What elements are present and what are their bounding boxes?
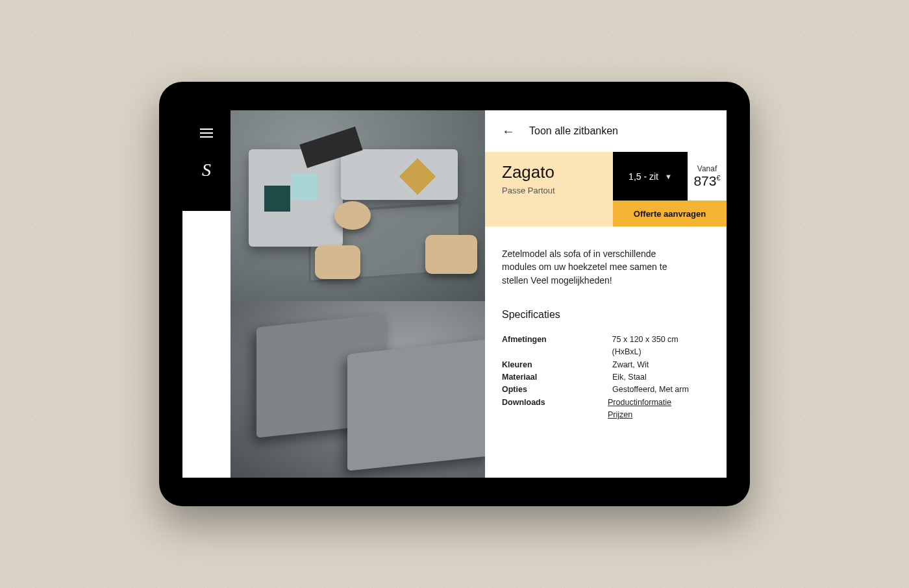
spec-row: Kleuren Zwart, Wit [502,359,710,371]
main-area: ← Toon alle zitbanken Zagato Passe Parto… [230,110,727,478]
back-label: Toon alle zitbanken [529,125,618,137]
product-title-block: Zagato Passe Partout [485,152,613,201]
spec-row: Downloads Productinformatie Prijzen [502,397,710,422]
spec-key: Opties [502,384,612,396]
spec-value: Gestoffeerd, Met arm [612,384,689,396]
back-link[interactable]: ← Toon alle zitbanken [485,110,727,152]
product-title-row: Zagato Passe Partout 1,5 - zit ▼ Vanaf 8… [485,152,727,201]
spec-key: Materiaal [502,371,612,384]
variant-selected-label: 1,5 - zit [629,171,658,182]
spec-key: Afmetingen [502,334,612,359]
product-gallery [230,110,485,478]
product-name: Zagato [502,162,596,182]
variant-select[interactable]: 1,5 - zit ▼ [613,152,688,201]
tablet-frame: S [159,82,750,506]
chevron-down-icon: ▼ [665,173,672,180]
product-detail-panel: ← Toon alle zitbanken Zagato Passe Parto… [485,110,727,478]
spec-key: Downloads [502,397,608,422]
download-link[interactable]: Productinformatie [608,398,671,407]
spec-row: Opties Gestoffeerd, Met arm [502,384,710,396]
spec-value: Productinformatie Prijzen [608,397,710,422]
spec-value: Zwart, Wit [612,359,649,371]
sidebar: S [182,110,230,211]
download-link[interactable]: Prijzen [608,410,632,419]
product-image-top[interactable] [230,110,485,301]
price-from-label: Vanaf [697,164,717,173]
request-quote-button[interactable]: Offerte aanvragen [613,201,727,227]
app-screen: S [182,110,727,478]
sidebar-column: S [182,110,230,478]
spec-value: Eik, Staal [612,371,647,384]
spec-value: 75 x 120 x 350 cm (HxBxL) [612,334,710,359]
specs-section: Specificaties Afmetingen 75 x 120 x 350 … [485,287,727,422]
arrow-left-icon: ← [502,125,515,138]
product-brand: Passe Partout [502,186,596,195]
spec-row: Afmetingen 75 x 120 x 350 cm (HxBxL) [502,334,710,359]
menu-icon[interactable] [200,129,213,138]
cta-spacer [485,201,613,227]
spec-row: Materiaal Eik, Staal [502,371,710,384]
cta-row: Offerte aanvragen [485,201,727,227]
price-value: 873€ [693,173,720,189]
price-block: Vanaf 873€ [688,152,727,201]
specs-heading: Specificaties [502,309,710,321]
product-description: Zetelmodel als sofa of in verschillende … [485,227,706,287]
product-image-bottom[interactable] [230,301,485,478]
brand-logo[interactable]: S [202,160,211,180]
spec-key: Kleuren [502,359,612,371]
